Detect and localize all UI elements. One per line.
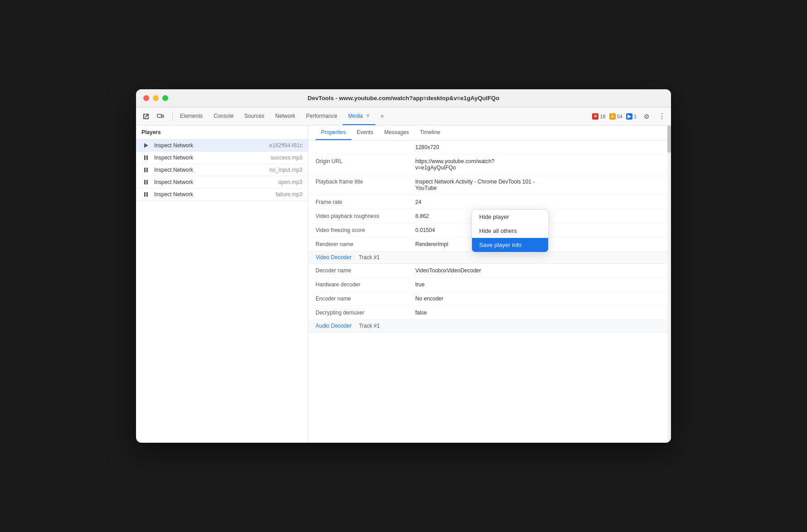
prop-row-resolution: 1280x720: [308, 140, 671, 155]
tab-sources[interactable]: Sources: [239, 107, 270, 125]
video-track1-tab[interactable]: Track #1: [359, 254, 379, 261]
tab-network[interactable]: Network: [270, 107, 301, 125]
sub-tabs: Properties Events Messages Timeline: [308, 126, 671, 140]
details-panel: Properties Events Messages Timeline 1280: [308, 126, 671, 443]
audio-decoder-tab[interactable]: Audio Decoder: [316, 323, 351, 329]
context-menu: Hide player Hide all others Save player …: [472, 209, 549, 252]
warning-badge[interactable]: ⚠ 54: [609, 113, 622, 120]
subtab-timeline[interactable]: Timeline: [414, 126, 446, 140]
maximize-button[interactable]: [162, 95, 168, 101]
main-tab-list: Elements Console Sources Network Perform…: [175, 107, 389, 125]
context-menu-hide-player[interactable]: Hide player: [472, 210, 548, 224]
properties-content: 1280x720 Origin URL https://www.youtube.…: [308, 140, 671, 443]
close-button[interactable]: [143, 95, 149, 101]
video-decoder-tab[interactable]: Video Decoder: [316, 254, 351, 261]
toolbar-divider: [172, 112, 173, 121]
prop-row-hw-decoder: Hardware decoder true: [308, 278, 671, 292]
audio-track1-tab[interactable]: Track #1: [359, 323, 379, 329]
prop-row-decoder-name: Decoder name VideoTooboxVideoDecoder: [308, 264, 671, 278]
pause-icon: [141, 168, 151, 172]
prop-row-origin-url: Origin URL https://www.youtube.com/watch…: [308, 155, 671, 175]
toolbar: Elements Console Sources Network Perform…: [136, 107, 671, 126]
toolbar-icons: [140, 110, 167, 123]
prop-row-encoder-name: Encoder name No encoder: [308, 292, 671, 306]
more-options-icon[interactable]: ⋮: [656, 112, 667, 121]
pause-icon: [141, 155, 151, 160]
video-decoder-section-header: Video Decoder Track #1: [308, 251, 671, 264]
pause-icon: [141, 192, 151, 197]
play-icon: [141, 143, 151, 148]
devtools-window: DevTools - www.youtube.com/watch?app=des…: [136, 89, 671, 443]
warning-icon: ⚠: [609, 113, 616, 120]
player-row[interactable]: Inspect Network failure.mp3: [136, 189, 308, 201]
subtab-events[interactable]: Events: [351, 126, 379, 140]
tab-media-close[interactable]: ✕: [366, 113, 370, 119]
play-triangle: [144, 143, 148, 148]
scrollbar-thumb[interactable]: [667, 126, 671, 153]
subtab-properties[interactable]: Properties: [316, 126, 351, 140]
svg-rect-0: [157, 114, 161, 117]
player-row[interactable]: Inspect Network no_input.mp3: [136, 164, 308, 176]
sidebar-header: Players: [136, 126, 308, 140]
tab-performance[interactable]: Performance: [301, 107, 343, 125]
audio-decoder-section-header: Audio Decoder Track #1: [308, 320, 671, 332]
svg-rect-1: [162, 115, 164, 117]
player-row[interactable]: Inspect Network open.mp3: [136, 176, 308, 189]
main-content: Players Inspect Network e162ff94-f81c: [136, 126, 671, 443]
error-badge[interactable]: ✕ 18: [592, 113, 605, 120]
settings-icon[interactable]: ⚙: [640, 110, 653, 123]
toolbar-right: ✕ 18 ⚠ 54 ▶ 1 ⚙ ⋮: [592, 110, 667, 123]
prop-row-frame-rate: Frame rate 24: [308, 195, 671, 209]
video-decoder-properties: Decoder name VideoTooboxVideoDecoder Har…: [308, 264, 671, 320]
info-badge[interactable]: ▶ 1: [626, 113, 637, 120]
context-menu-hide-all-others[interactable]: Hide all others: [472, 224, 548, 238]
sidebar: Players Inspect Network e162ff94-f81c: [136, 126, 308, 443]
inspect-element-icon[interactable]: [140, 110, 152, 123]
info-icon: ▶: [626, 113, 632, 120]
prop-row-playback-title: Playback frame title Inspect Network Act…: [308, 175, 671, 195]
traffic-lights: [143, 95, 168, 101]
pause-icon: [141, 180, 151, 184]
title-bar: DevTools - www.youtube.com/watch?app=des…: [136, 89, 671, 107]
device-toggle-icon[interactable]: [154, 110, 167, 123]
scrollbar-track: [667, 126, 671, 443]
tab-media[interactable]: Media ✕: [343, 107, 375, 125]
player-row[interactable]: Inspect Network e162ff94-f81c: [136, 140, 308, 152]
error-icon: ✕: [592, 113, 598, 120]
tab-console[interactable]: Console: [208, 107, 239, 125]
tab-elements[interactable]: Elements: [175, 107, 208, 125]
context-menu-save-player-info[interactable]: Save player info: [472, 238, 548, 252]
window-title: DevTools - www.youtube.com/watch?app=des…: [308, 95, 500, 102]
prop-row-decrypting-demuxer: Decrypting demuxer false: [308, 306, 671, 319]
tab-more[interactable]: »: [375, 107, 389, 125]
player-row[interactable]: Inspect Network success.mp3: [136, 152, 308, 164]
minimize-button[interactable]: [153, 95, 159, 101]
subtab-messages[interactable]: Messages: [379, 126, 414, 140]
